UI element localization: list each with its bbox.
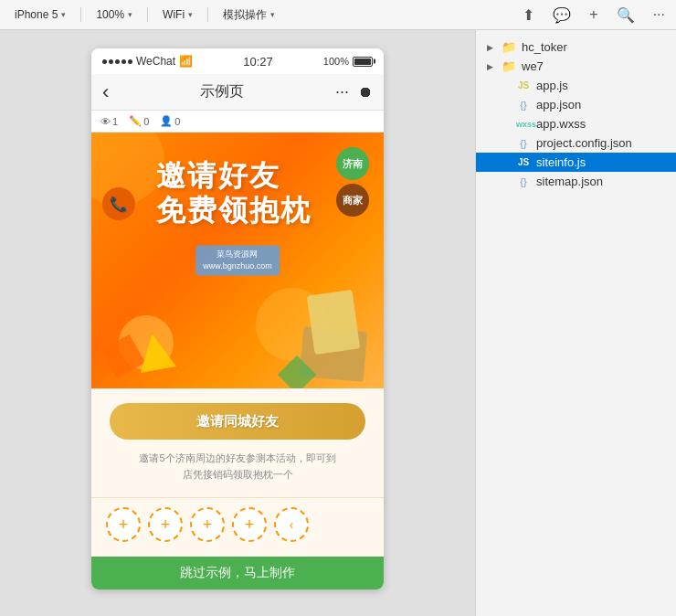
comment-icon[interactable]: 💬 [549,5,575,26]
file-label-appjs: app.js [536,79,568,92]
status-left: WeChat 📶 [102,55,193,68]
status-dots [102,59,132,64]
eye-icon: 👁 [100,116,111,127]
wechat-label: WeChat [136,55,175,68]
zoom-selector[interactable]: 100% ▾ [89,6,140,23]
views-stat: 👁 1 [100,116,118,127]
stats-bar: 👁 1 ✏️ 0 👤 0 [91,111,384,133]
back-button[interactable]: ‹ [102,80,109,104]
arrow-we7: ▶ [487,62,496,71]
network-chevron: ▾ [188,10,193,19]
users-count: 0 [174,116,180,127]
simulate-chevron: ▾ [270,10,275,19]
more-icon[interactable]: ··· [650,5,669,25]
users-stat: 👤 0 [160,115,180,127]
zoom-chevron: ▾ [128,10,132,19]
folder-icon-hc-toker: 📁 [502,40,516,54]
invite-desc: 邀请5个济南周边的好友参测本活动，即可到 店凭接销码领取抱枕一个 [110,451,365,483]
zoom-label: 100% [96,8,124,21]
simulate-selector[interactable]: 模拟操作 ▾ [216,5,282,25]
file-item-sitemap[interactable]: {} sitemap.json [476,172,676,191]
corner-badges: 济南 商家 [336,147,369,217]
banner: 📞 邀请好友 免费领抱枕 济南 商家 菜鸟资源网www.bgnzhuo.com [91,133,384,388]
invite-section: 邀请同城好友 邀请5个济南周边的好友参测本活动，即可到 店凭接销码领取抱枕一个 [91,388,384,497]
json-icon-appjson: {} [516,100,531,111]
js-icon-appjs: JS [516,80,531,90]
wifi-icon: 📶 [179,55,193,68]
file-label-hc-toker: hc_toker [522,40,567,54]
avatar-add-3[interactable]: + [190,507,225,542]
sep2 [147,7,148,22]
watermark: 菜鸟资源网www.bgnzhuo.com [195,245,280,275]
file-item-appjson[interactable]: {} app.json [476,95,676,114]
network-label: WiFi [163,8,185,21]
file-label-appwxss: app.wxss [536,117,586,131]
dot4 [121,59,126,64]
edits-count: 0 [143,116,149,127]
simulate-label: 模拟操作 [223,7,267,23]
file-item-siteinfo[interactable]: JS siteinfo.js [476,153,676,172]
file-item-projectconfig[interactable]: {} project.config.json [476,133,676,153]
status-time: 10:27 [243,55,273,69]
battery-fill [354,58,371,65]
dot2 [109,59,113,64]
main-content: WeChat 📶 10:27 100% ‹ 示例页 ··· ⏺ [0,30,676,616]
status-right: 100% [323,56,373,67]
sep1 [80,7,81,22]
nav-record-icon[interactable]: ⏺ [358,84,373,101]
battery-icon [353,57,373,67]
wechat-status-bar: WeChat 📶 10:27 100% [91,48,384,74]
network-selector[interactable]: WiFi ▾ [155,6,200,23]
file-label-we7: we7 [522,59,544,73]
file-panel: ▶ 📁 hc_toker ▶ 📁 we7 JS app.js {} app.js… [475,30,676,616]
js-icon-siteinfo: JS [516,157,531,167]
wxss-icon-appwxss: wxss [516,120,531,129]
badge-green: 济南 [336,147,369,180]
edits-stat: ✏️ 0 [129,115,149,127]
folder-icon-we7: 📁 [502,59,516,73]
bottom-bar[interactable]: 跳过示例，马上制作 [91,557,384,589]
wechat-nav: ‹ 示例页 ··· ⏺ [91,74,384,111]
badge-brown: 商家 [336,184,369,217]
file-item-hc-toker[interactable]: ▶ 📁 hc_toker [476,37,676,57]
file-label-appjson: app.json [536,98,581,112]
arrow-hc-toker: ▶ [487,43,496,52]
upload-icon[interactable]: ⬆ [519,5,538,26]
user-icon: 👤 [160,115,173,127]
views-count: 1 [112,116,118,127]
device-label: iPhone 5 [15,8,58,21]
avatar-add-2[interactable]: + [148,507,183,542]
phone-content: 📞 邀请好友 免费领抱枕 济南 商家 菜鸟资源网www.bgnzhuo.com [91,133,384,589]
dot3 [115,59,120,64]
json-icon-sitemap: {} [516,176,531,187]
add-button[interactable]: + [586,5,601,25]
invite-button[interactable]: 邀请同城好友 [110,403,365,440]
dot1 [102,59,107,64]
edit-icon: ✏️ [129,115,142,127]
avatar-add-4[interactable]: + [232,507,267,542]
avatar-row: + + + + ‹ [91,497,384,557]
simulator-area: WeChat 📶 10:27 100% ‹ 示例页 ··· ⏺ [0,30,475,616]
battery-pct: 100% [323,56,349,67]
toolbar-right: ⬆ 💬 + 🔍 ··· [519,5,669,26]
file-item-appjs[interactable]: JS app.js [476,76,676,95]
json-icon-projectconfig: {} [516,138,531,149]
file-label-sitemap: sitemap.json [536,175,603,188]
file-item-we7[interactable]: ▶ 📁 we7 [476,57,676,76]
file-label-projectconfig: project.config.json [536,136,632,150]
search-icon[interactable]: 🔍 [613,5,639,26]
nav-right: ··· ⏺ [335,82,373,101]
avatar-add-5[interactable]: ‹ [274,507,309,542]
toolbar: iPhone 5 ▾ 100% ▾ WiFi ▾ 模拟操作 ▾ ⬆ 💬 + 🔍 … [0,0,676,30]
file-label-siteinfo: siteinfo.js [536,155,586,169]
phone-frame: WeChat 📶 10:27 100% ‹ 示例页 ··· ⏺ [91,48,384,589]
page-title: 示例页 [200,82,244,101]
device-selector[interactable]: iPhone 5 ▾ [7,6,73,23]
device-chevron: ▾ [61,10,66,19]
file-item-appwxss[interactable]: wxss app.wxss [476,114,676,133]
dot5 [128,59,132,64]
sep3 [207,7,208,22]
nav-dots[interactable]: ··· [335,82,349,101]
avatar-add-1[interactable]: + [106,507,141,542]
